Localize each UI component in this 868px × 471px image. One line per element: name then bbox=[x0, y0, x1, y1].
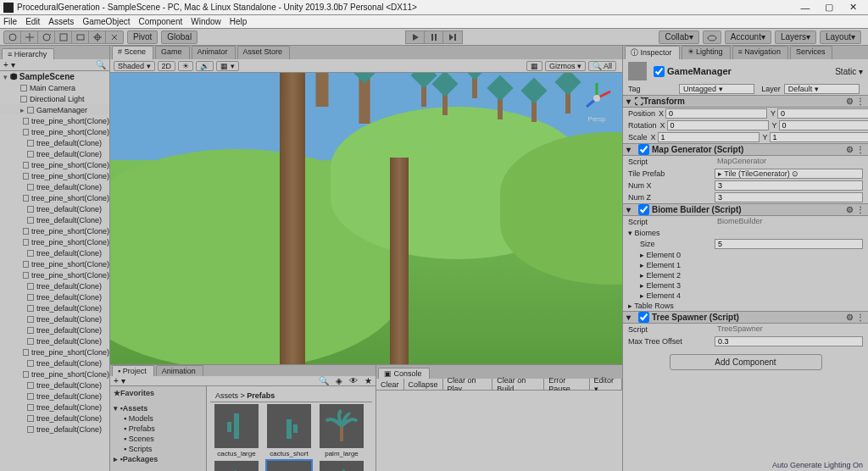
menu-window[interactable]: Window bbox=[191, 17, 221, 26]
biome-element[interactable]: ▸ Element 0 bbox=[623, 250, 868, 260]
console-clear[interactable]: Clear bbox=[376, 379, 404, 391]
thumb-tile[interactable]: Tile bbox=[264, 461, 314, 471]
console-body[interactable] bbox=[376, 391, 622, 471]
transform-gear-icon[interactable]: ⚙ ⋮ bbox=[846, 97, 865, 106]
thumb-cactus_large[interactable]: cactus_large bbox=[212, 404, 261, 457]
rect-tool[interactable] bbox=[72, 31, 89, 43]
tab-scene[interactable]: # Scene bbox=[112, 46, 153, 59]
numz-field[interactable] bbox=[715, 192, 863, 202]
mapgen-gear-icon[interactable]: ⚙ ⋮ bbox=[846, 145, 865, 154]
tab-assetstore[interactable]: Asset Store bbox=[237, 46, 291, 59]
gameobject-enabled[interactable] bbox=[654, 66, 665, 77]
hierarchy-item[interactable]: tree_default(Clone) bbox=[0, 335, 109, 346]
tree-offset-field[interactable] bbox=[715, 336, 863, 346]
folder-scripts[interactable]: ▪ Scripts bbox=[112, 444, 204, 454]
fx-toggle[interactable]: ▦ ▾ bbox=[216, 61, 239, 71]
persp-label[interactable]: Persp bbox=[580, 115, 614, 123]
numx-field[interactable] bbox=[715, 180, 863, 191]
thumb-cactus_short[interactable]: cactus_short bbox=[264, 404, 314, 457]
hierarchy-item[interactable]: tree_default(Clone) bbox=[0, 380, 109, 391]
position-y[interactable] bbox=[777, 108, 868, 119]
hierarchy-item[interactable]: Directional Light bbox=[0, 93, 109, 104]
biome-element[interactable]: ▸ Element 2 bbox=[623, 270, 868, 280]
menu-edit[interactable]: Edit bbox=[25, 17, 40, 26]
move-tool[interactable] bbox=[21, 31, 38, 43]
tag-dropdown[interactable]: Untagged ▾ bbox=[679, 84, 754, 94]
hierarchy-item[interactable]: tree_default(Clone) bbox=[0, 424, 109, 435]
hierarchy-item[interactable]: tree_default(Clone) bbox=[0, 357, 109, 368]
tab-inspector[interactable]: ⓘ Inspector bbox=[625, 46, 680, 59]
gizmos-menu[interactable]: Gizmos ▾ bbox=[545, 61, 586, 71]
play-button[interactable] bbox=[406, 31, 425, 43]
tab-animator[interactable]: Animator bbox=[192, 46, 236, 59]
hierarchy-item[interactable]: tree_default(Clone) bbox=[0, 203, 109, 214]
tab-game[interactable]: Game bbox=[155, 46, 190, 59]
tab-services[interactable]: Services bbox=[790, 46, 833, 59]
scale-tool[interactable] bbox=[55, 31, 72, 43]
hierarchy-item[interactable]: tree_default(Clone) bbox=[0, 181, 109, 192]
unified-tool[interactable] bbox=[89, 31, 106, 43]
biome-enabled[interactable] bbox=[638, 204, 649, 215]
audio-toggle[interactable]: 🔊 bbox=[196, 61, 214, 71]
assets-node[interactable]: ▾ ▪ Assets bbox=[112, 403, 204, 413]
console-clear-on-build[interactable]: Clear on Build bbox=[492, 379, 544, 391]
lighting-toggle[interactable]: ☀ bbox=[178, 61, 193, 71]
tab-navigation[interactable]: ≡ Navigation bbox=[732, 46, 788, 59]
global-toggle[interactable]: Global bbox=[161, 30, 198, 44]
pivot-toggle[interactable]: Pivot bbox=[127, 30, 158, 44]
thumb-palm_small[interactable]: palm_small bbox=[212, 461, 261, 471]
cloud-button[interactable] bbox=[703, 30, 721, 44]
hierarchy-item[interactable]: tree_default(Clone) bbox=[0, 148, 109, 159]
project-search-icon[interactable]: 🔍 bbox=[315, 376, 332, 385]
add-component-button[interactable]: Add Component bbox=[670, 354, 822, 370]
treespawn-enabled[interactable] bbox=[638, 312, 649, 323]
minimize-button[interactable]: — bbox=[793, 1, 817, 14]
biome-element[interactable]: ▸ Element 4 bbox=[623, 291, 868, 301]
scale-y[interactable] bbox=[770, 132, 868, 142]
packages-node[interactable]: ▸ ▪ Packages bbox=[112, 454, 204, 464]
custom-tool[interactable] bbox=[106, 31, 123, 43]
biome-gear-icon[interactable]: ⚙ ⋮ bbox=[846, 205, 865, 214]
treespawn-gear-icon[interactable]: ⚙ ⋮ bbox=[846, 313, 865, 322]
hierarchy-item[interactable]: tree_pine_short(Clone) bbox=[0, 126, 109, 137]
rotate-tool[interactable] bbox=[38, 31, 55, 43]
console-editor[interactable]: Editor ▾ bbox=[590, 379, 622, 391]
hierarchy-item[interactable]: Main Camera bbox=[0, 82, 109, 93]
hierarchy-item[interactable]: tree_pine_short(Clone) bbox=[0, 236, 109, 247]
orientation-gizmo[interactable]: Persp bbox=[580, 81, 614, 115]
project-breadcrumb[interactable]: Assets > Prefabs bbox=[210, 390, 372, 402]
rotation-y[interactable] bbox=[779, 120, 868, 130]
biome-size-field[interactable] bbox=[715, 239, 863, 249]
hand-tool[interactable] bbox=[4, 31, 21, 43]
hierarchy-item[interactable]: tree_pine_short(Clone) bbox=[0, 115, 109, 126]
console-collapse[interactable]: Collapse bbox=[404, 379, 443, 391]
rotation-x[interactable] bbox=[667, 120, 769, 130]
folder-prefabs[interactable]: ▪ Prefabs bbox=[112, 424, 204, 434]
static-toggle[interactable]: Static ▾ bbox=[835, 67, 863, 76]
mapgen-enabled[interactable] bbox=[638, 144, 649, 155]
project-save-icon[interactable]: ★ bbox=[361, 376, 376, 385]
scene-viewport[interactable]: Persp bbox=[110, 73, 622, 364]
tab-project[interactable]: ▪ Project bbox=[112, 365, 154, 376]
hierarchy-item[interactable]: tree_pine_short(Clone) bbox=[0, 346, 109, 357]
hierarchy-item[interactable]: tree_default(Clone) bbox=[0, 302, 109, 313]
layers-menu[interactable]: Layers ▾ bbox=[775, 30, 816, 44]
project-hidden-icon[interactable]: 👁 bbox=[346, 376, 361, 385]
hierarchy-item[interactable]: tree_pine_short(Clone) bbox=[0, 269, 109, 280]
hierarchy-item[interactable]: tree_default(Clone) bbox=[0, 402, 109, 413]
hierarchy-item[interactable]: tree_default(Clone) bbox=[0, 291, 109, 302]
project-create[interactable]: + ▾ bbox=[110, 376, 129, 385]
hierarchy-item[interactable]: tree_default(Clone) bbox=[0, 247, 109, 258]
biome-element[interactable]: ▸ Element 1 bbox=[623, 260, 868, 270]
layout-menu[interactable]: Layout ▾ bbox=[820, 30, 861, 44]
hierarchy-item[interactable]: tree_pine_short(Clone) bbox=[0, 192, 109, 203]
hierarchy-search-icon[interactable]: 🔍 bbox=[96, 60, 106, 69]
folder-scenes[interactable]: ▪ Scenes bbox=[112, 434, 204, 444]
thumb-palm_large[interactable]: palm_large bbox=[317, 404, 366, 457]
pause-button[interactable] bbox=[425, 31, 443, 43]
mode-2d[interactable]: 2D bbox=[158, 61, 176, 71]
scale-x[interactable] bbox=[658, 132, 760, 142]
menu-component[interactable]: Component bbox=[139, 17, 183, 26]
biome-element[interactable]: ▸ Element 3 bbox=[623, 280, 868, 291]
tab-console[interactable]: ▣ Console bbox=[378, 368, 430, 379]
